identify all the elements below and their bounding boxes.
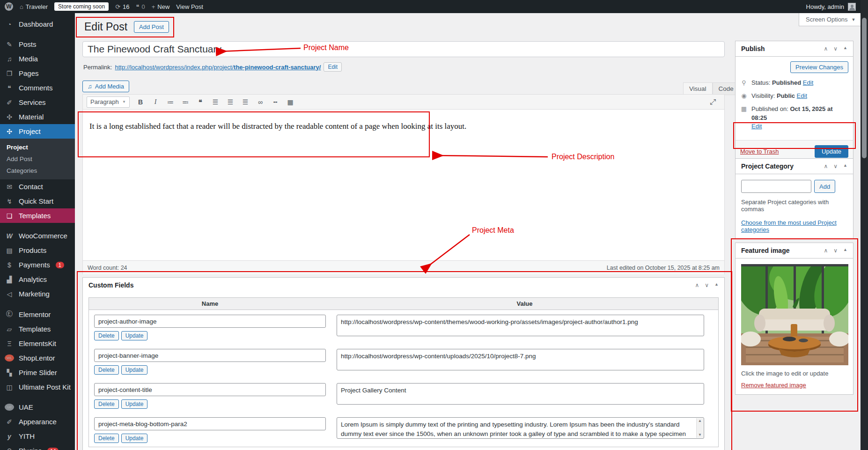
blockquote-button[interactable]: ❝ (196, 98, 205, 106)
sidebar-item-elementskit[interactable]: ΞElementsKit (0, 336, 75, 351)
screen-options-button[interactable]: Screen Options ▼ (799, 13, 863, 26)
sidebar-item-analytics[interactable]: ▟Analytics (0, 272, 75, 287)
window-scrollbar[interactable] (861, 0, 868, 450)
move-down-icon[interactable]: ∨ (833, 247, 838, 254)
read-more-button[interactable]: ╍ (271, 98, 280, 106)
align-center-button[interactable]: ☰ (226, 98, 235, 106)
sidebar-item-templates[interactable]: ❏Templates (0, 208, 75, 223)
sidebar-item-pages[interactable]: ❐Pages (0, 66, 75, 81)
italic-button[interactable]: I (151, 98, 160, 106)
edit-visibility-link[interactable]: Edit (797, 92, 807, 99)
site-menu[interactable]: ⌂ Traveler (20, 3, 48, 10)
fullscreen-icon[interactable]: ⤢ (710, 98, 721, 106)
featured-image[interactable] (741, 264, 848, 365)
sidebar-item-yith[interactable]: yYITH (0, 429, 75, 443)
sidebar-item-posts[interactable]: ✎Posts (0, 37, 75, 52)
tab-visual[interactable]: Visual (683, 82, 713, 95)
sidebar-item-contact[interactable]: ✉Contact (0, 179, 75, 194)
scrollbar-thumb[interactable] (862, 18, 867, 158)
store-coming-soon-badge[interactable]: Store coming soon (54, 2, 109, 11)
paragraph-format-select[interactable]: Paragraph ▼ (87, 96, 130, 108)
numbered-list-button[interactable]: ≕ (181, 98, 190, 106)
field-name-input[interactable] (94, 383, 326, 396)
choose-categories-link[interactable]: Choose from the most used Project catego… (741, 219, 839, 233)
remove-featured-image-link[interactable]: Remove featured image (741, 382, 806, 389)
edit-schedule-link[interactable]: Edit (751, 123, 762, 130)
sidebar-item-quick-start[interactable]: ↯Quick Start (0, 194, 75, 208)
submenu-item-project[interactable]: Project (0, 141, 75, 153)
move-up-icon[interactable]: ∧ (824, 163, 828, 170)
updates-menu[interactable]: ⟳ 16 (115, 3, 129, 10)
update-post-button[interactable]: Update (815, 145, 848, 158)
sidebar-item-shoplentor[interactable]: WLShopLentor (0, 351, 75, 365)
move-up-icon[interactable]: ∧ (695, 282, 699, 288)
permalink-url[interactable]: http://localhost/wordpress/index.php/pro… (115, 64, 321, 71)
add-post-button[interactable]: Add Post (134, 21, 169, 33)
submenu-item-categories[interactable]: Categories (0, 165, 75, 177)
wordpress-logo-icon[interactable]: W (5, 2, 13, 11)
post-title-input[interactable] (82, 41, 725, 57)
update-button[interactable]: Update (121, 365, 148, 375)
permalink-edit-button[interactable]: Edit (324, 62, 342, 72)
submenu-item-add-post[interactable]: Add Post (0, 153, 75, 165)
field-value-textarea[interactable]: http://localhost/wordpress/wp-content/th… (337, 315, 704, 336)
field-value-textarea[interactable]: http://localhost/wordpress/wp-content/up… (337, 349, 704, 370)
avatar[interactable] (848, 3, 856, 11)
sidebar-item-material[interactable]: ✣Material (0, 110, 75, 124)
field-name-input[interactable] (94, 315, 326, 328)
update-button[interactable]: Update (121, 331, 148, 340)
move-down-icon[interactable]: ∨ (833, 163, 838, 170)
toggle-panel-icon[interactable]: ▲ (843, 45, 847, 52)
editor-content-area[interactable]: It is a long established fact that a rea… (83, 110, 724, 260)
sidebar-item-marketing[interactable]: ◁Marketing (0, 287, 75, 301)
move-up-icon[interactable]: ∧ (824, 247, 828, 254)
textarea-scrollbar[interactable]: ▲▼ (696, 418, 703, 438)
edit-status-link[interactable]: Edit (803, 79, 813, 86)
sidebar-item-plugins[interactable]: ⚲Plugins14 (0, 443, 75, 450)
sidebar-item-services[interactable]: ✐Services (0, 95, 75, 110)
field-name-input[interactable] (94, 417, 326, 430)
toggle-panel-icon[interactable]: ▲ (843, 163, 847, 170)
delete-button[interactable]: Delete (94, 365, 119, 375)
toggle-panel-icon[interactable]: ▲ (843, 247, 847, 254)
bold-button[interactable]: B (136, 98, 145, 106)
sidebar-item-ultimate-post-kit[interactable]: ◫Ultimate Post Kit (0, 380, 75, 394)
field-name-input[interactable] (94, 349, 326, 362)
comments-menu[interactable]: ❝ 0 (136, 3, 145, 10)
sidebar-item-project[interactable]: ✣Project (0, 124, 75, 139)
field-value-textarea[interactable]: Project Gallery Content (337, 383, 704, 405)
preview-changes-button[interactable]: Preview Changes (790, 61, 848, 73)
toggle-panel-icon[interactable]: ▲ (714, 282, 719, 288)
delete-button[interactable]: Delete (94, 399, 119, 409)
move-to-trash-link[interactable]: Move to Trash (740, 148, 779, 155)
delete-button[interactable]: Delete (94, 331, 119, 340)
move-up-icon[interactable]: ∧ (824, 45, 828, 52)
scroll-down-icon[interactable]: ▼ (698, 432, 702, 438)
new-menu[interactable]: + New (152, 3, 170, 10)
sidebar-item-appearance[interactable]: ✐Appearance (0, 414, 75, 429)
update-button[interactable]: Update (121, 434, 148, 443)
update-button[interactable]: Update (121, 399, 148, 409)
align-left-button[interactable]: ☰ (211, 98, 220, 106)
scroll-up-icon[interactable]: ▲ (698, 418, 702, 424)
sidebar-item-comments[interactable]: ❝Comments (0, 81, 75, 95)
howdy-text[interactable]: Howdy, admin (806, 3, 844, 10)
add-media-button[interactable]: ♫ Add Media (82, 81, 129, 92)
sidebar-item-uae[interactable]: ueUAE (0, 400, 75, 414)
sidebar-item-elementor[interactable]: ⒺElementor (0, 307, 75, 322)
sidebar-item-templates-2[interactable]: ▱Templates (0, 322, 75, 336)
link-button[interactable]: ∞ (256, 98, 265, 106)
field-value-textarea[interactable]: Lorem Ipsum is simply dummy text of the … (337, 417, 704, 439)
delete-button[interactable]: Delete (94, 434, 119, 443)
align-right-button[interactable]: ☰ (241, 98, 250, 106)
move-down-icon[interactable]: ∨ (705, 282, 709, 288)
new-category-input[interactable] (741, 180, 811, 193)
sidebar-item-products[interactable]: ▤Products (0, 243, 75, 258)
view-post-link[interactable]: View Post (176, 3, 203, 10)
add-category-button[interactable]: Add (814, 180, 835, 193)
sidebar-item-payments[interactable]: $Payments1 (0, 258, 75, 272)
sidebar-item-media[interactable]: ♫Media (0, 52, 75, 66)
sidebar-item-prime-slider[interactable]: ▚Prime Slider (0, 365, 75, 380)
toolbar-toggle-button[interactable]: ▦ (286, 98, 294, 106)
move-down-icon[interactable]: ∨ (833, 45, 838, 52)
